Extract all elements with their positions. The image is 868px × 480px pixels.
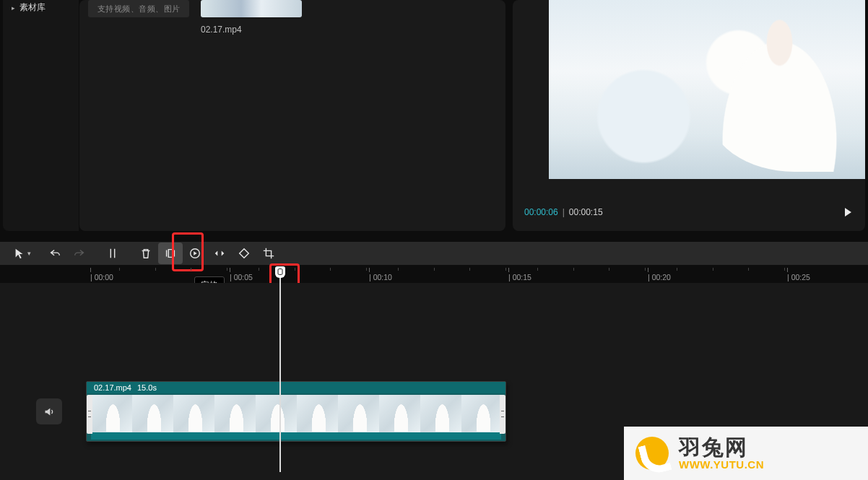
pointer-icon — [13, 247, 26, 260]
preview-panel: 00:00:06 | 00:00:15 — [513, 0, 865, 231]
undo-icon — [48, 247, 61, 260]
preview-controls: 00:00:06 | 00:00:15 — [524, 206, 854, 218]
preview-total-time: 00:00:15 — [569, 207, 603, 217]
media-thumbnail[interactable]: 02.17.mp4 — [201, 0, 302, 35]
timeline-playhead[interactable] — [279, 266, 281, 472]
caret-right-icon: ▸ — [12, 4, 15, 12]
play-icon — [842, 206, 854, 218]
sidebar-panel: ▸ 素材库 — [3, 0, 79, 231]
pointer-dropdown-icon[interactable]: ▾ — [27, 250, 31, 257]
preview-current-time: 00:00:06 — [524, 207, 558, 217]
watermark-url: WWW.YUTU.CN — [679, 459, 764, 471]
ruler-tick-5: | 00:25 — [787, 273, 810, 282]
ruler-tick-0: | 00:00 — [90, 273, 113, 282]
media-panel: 支持视频、音频、图片 02.17.mp4 — [79, 0, 505, 231]
rotate-button[interactable] — [232, 243, 256, 264]
mirror-button[interactable] — [207, 243, 232, 264]
ruler-tick-2: | 00:10 — [369, 273, 392, 282]
redo-button[interactable] — [67, 243, 92, 264]
media-thumbnail-label: 02.17.mp4 — [201, 25, 302, 35]
watermark-logo-icon — [635, 437, 669, 470]
crop-icon — [262, 247, 275, 260]
clip-left-handle[interactable] — [87, 395, 92, 434]
timeline-track-area[interactable]: 02.17.mp4 15.0s 羽兔网 WWW.YUTU.CN — [0, 283, 868, 480]
media-thumbnail-image — [201, 0, 302, 17]
timeline-ruler[interactable]: | 00:00 | 00:05 | 00:10 | 00:15 | 00:20 … — [0, 265, 868, 282]
playhead-handle-icon[interactable] — [275, 266, 285, 278]
ruler-tick-3: | 00:15 — [508, 273, 531, 282]
sidebar-item-library[interactable]: ▸ 素材库 — [3, 0, 79, 21]
ruler-tick-1: | 00:05 — [230, 273, 253, 282]
trash-icon — [139, 247, 152, 260]
watermark-name: 羽兔网 — [679, 435, 764, 459]
mirror-icon — [213, 247, 226, 260]
clip-audio-waveform — [91, 432, 501, 440]
import-placeholder[interactable]: 支持视频、音频、图片 — [88, 0, 189, 35]
preview-viewport[interactable] — [549, 0, 865, 179]
track-mute-button[interactable] — [36, 398, 62, 424]
rotate-icon — [238, 247, 251, 260]
speed-icon — [188, 247, 201, 260]
redo-icon — [73, 247, 86, 260]
sidebar-item-label: 素材库 — [19, 1, 45, 14]
video-clip[interactable]: 02.17.mp4 15.0s — [86, 381, 506, 442]
watermark-badge: 羽兔网 WWW.YUTU.CN — [624, 427, 868, 480]
split-button[interactable] — [100, 243, 125, 264]
undo-button[interactable] — [43, 243, 67, 264]
timeline-toolbar: ▾ — [0, 242, 868, 265]
preview-time-separator: | — [563, 207, 565, 217]
play-button[interactable] — [842, 206, 854, 218]
freeze-frame-icon — [164, 247, 177, 260]
import-placeholder-hint: 支持视频、音频、图片 — [88, 0, 189, 17]
speed-button[interactable] — [183, 243, 207, 264]
split-icon — [106, 247, 119, 260]
clip-thumbnail-strip — [91, 395, 501, 434]
freeze-frame-button[interactable] — [158, 243, 183, 264]
clip-name-label: 02.17.mp4 — [94, 383, 131, 392]
clip-header: 02.17.mp4 15.0s — [87, 382, 505, 393]
speaker-icon — [43, 406, 56, 418]
clip-right-handle[interactable] — [500, 395, 505, 434]
clip-duration-label: 15.0s — [137, 383, 157, 392]
ruler-tick-4: | 00:20 — [648, 273, 671, 282]
crop-button[interactable] — [256, 243, 281, 264]
delete-button[interactable] — [134, 243, 158, 264]
